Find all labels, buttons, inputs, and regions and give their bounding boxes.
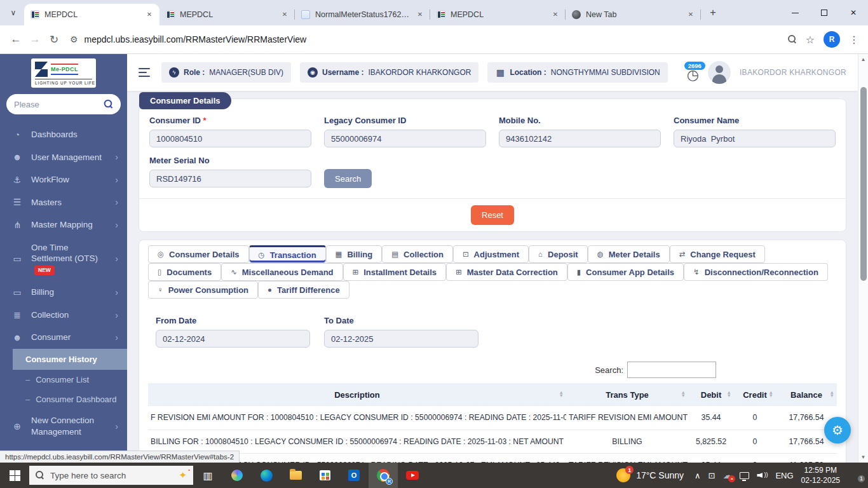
weather-widget[interactable]: 1 17°C Sunny <box>613 468 688 482</box>
mobile-no-input[interactable] <box>499 130 661 147</box>
sidebar-item-new-connection-management[interactable]: ⊕New Connection Management› <box>0 409 127 443</box>
site-info-icon[interactable]: ⚙ <box>70 34 78 44</box>
tab-close-icon[interactable]: ✕ <box>415 10 425 20</box>
browser-tab[interactable]: MEPDCL✕ <box>430 4 566 25</box>
column-header-description[interactable]: Description▲▼ <box>148 383 566 406</box>
tab-adjustment[interactable]: ⊡Adjustment <box>453 245 529 263</box>
taskbar-search[interactable]: ✦ <box>29 466 193 485</box>
network-icon[interactable] <box>740 472 749 479</box>
tab-close-icon[interactable]: ✕ <box>550 10 560 20</box>
snip-icon[interactable]: ⊡ <box>709 471 715 480</box>
volume-icon[interactable] <box>757 471 768 480</box>
session-timer[interactable]: ◷ 2696 <box>687 63 699 82</box>
sidebar-subitem-consumer-history[interactable]: Consumer History <box>13 349 127 370</box>
user-avatar[interactable] <box>708 61 731 84</box>
browser-tab[interactable]: MEPDCL✕ <box>24 4 159 25</box>
sidebar-subitem-consumer-dashboard[interactable]: –Consumer Dashboard <box>0 390 127 409</box>
sidebar-item-dashboards[interactable]: ◔Dashboards <box>0 123 127 146</box>
tab-transaction[interactable]: ◷Transaction <box>249 245 326 263</box>
consumer-id-input[interactable] <box>149 130 311 147</box>
taskbar-clock[interactable]: 12:59 PM 02-12-2025 <box>801 465 840 485</box>
column-header-trans-type[interactable]: Trans Type▲▼ <box>566 383 688 406</box>
store-button[interactable] <box>310 463 339 488</box>
meter-serial-input[interactable] <box>149 170 311 187</box>
tab-change-request[interactable]: ⇄Change Request <box>670 245 765 263</box>
sidebar-item-workflow[interactable]: ⚓WorkFlow› <box>0 168 127 191</box>
reload-icon[interactable]: ↻ <box>44 30 64 49</box>
consumer-name-input[interactable] <box>674 130 836 147</box>
zoom-icon[interactable] <box>788 35 797 44</box>
tab-disconnection-reconnection[interactable]: ↯Disconnection/Reconnection <box>684 263 828 281</box>
tab-miscellaneous-demand[interactable]: ∿Miscellaneous Demand <box>221 263 342 281</box>
task-view-button[interactable]: ▥ <box>193 463 222 488</box>
copilot-button[interactable] <box>222 463 252 488</box>
column-header-credit[interactable]: Credit▲▼ <box>734 383 776 406</box>
tab-close-icon[interactable]: ✕ <box>144 10 154 20</box>
sidebar-subitem-consumer-list[interactable]: –Consumer List <box>0 370 127 390</box>
hamburger-icon[interactable] <box>139 68 153 77</box>
language-indicator[interactable]: ENG <box>775 471 793 480</box>
tab-close-icon[interactable]: ✕ <box>686 10 696 20</box>
to-date-input[interactable] <box>324 330 478 348</box>
tab-documents[interactable]: ▯Documents <box>148 263 221 281</box>
tab-power-consumption[interactable]: ♀Power Consumption <box>148 281 258 299</box>
scrollbar-thumb[interactable] <box>860 87 867 281</box>
settings-fab[interactable]: ⚙ <box>824 417 851 444</box>
browser-tab[interactable]: New Tab✕ <box>566 4 701 25</box>
tab-consumer-details[interactable]: ◎Consumer Details <box>148 245 249 263</box>
column-header-balance[interactable]: Balance▲▼ <box>776 383 837 406</box>
maximize-button[interactable] <box>810 0 839 25</box>
browser-tab[interactable]: MEPDCL✕ <box>159 4 295 25</box>
tab-consumer-app-details[interactable]: ▮Consumer App Details <box>567 263 684 281</box>
url-text[interactable]: mepdcl.ubs.ieasybill.com/RRMasterView/RR… <box>85 34 307 44</box>
browser-menu-icon[interactable]: ⋮ <box>849 34 859 46</box>
tab-master-data-correction[interactable]: ⊞Master Data Correction <box>446 263 567 281</box>
address-bar[interactable]: ⚙ mepdcl.ubs.ieasybill.com/RRMasterView/… <box>70 34 788 44</box>
notification-center-button[interactable]: 1 <box>850 471 863 480</box>
column-header-debit[interactable]: Debit▲▼ <box>688 383 734 406</box>
tab-meter-details[interactable]: ◍Meter Details <box>588 245 670 263</box>
legacy-consumer-id-input[interactable] <box>324 130 486 147</box>
tab-search-icon[interactable]: ∨ <box>5 4 22 21</box>
tab-installment-details[interactable]: ⊞Installment Details <box>343 263 447 281</box>
taskbar-search-input[interactable] <box>50 471 173 480</box>
youtube-button[interactable] <box>398 463 427 488</box>
sidebar-item-consumer[interactable]: ☻Consumer› <box>0 326 127 349</box>
from-date-input[interactable] <box>156 330 310 348</box>
sidebar-item-masters[interactable]: ☰Masters› <box>0 191 127 214</box>
forward-icon[interactable]: → <box>25 30 44 49</box>
browser-tab[interactable]: NormalMeterStatus1762937✕ <box>295 4 430 25</box>
chrome-button[interactable]: R <box>369 463 398 488</box>
scroll-up-icon[interactable]: ▲ <box>858 57 868 62</box>
onedrive-icon[interactable]: ☁ × <box>722 470 732 481</box>
tab-billing[interactable]: ▦Billing <box>326 245 383 263</box>
sidebar-item-master-mapping[interactable]: ⋔Master Mapping› <box>0 214 127 236</box>
tab-close-icon[interactable]: ✕ <box>280 10 290 20</box>
tray-chevron-icon[interactable]: ∧ <box>695 471 701 480</box>
sidebar-search-input[interactable] <box>14 100 100 109</box>
file-explorer-button[interactable] <box>281 463 310 488</box>
bookmark-star-icon[interactable]: ☆ <box>806 34 815 46</box>
new-tab-button[interactable]: + <box>705 4 721 21</box>
scroll-down-icon[interactable]: ▼ <box>858 454 868 460</box>
edge-button[interactable] <box>252 463 281 488</box>
sidebar-item-one-time-settlement-ots-[interactable]: ▭One Time Settlement (OTS)NEW› <box>0 236 127 281</box>
tab-collection[interactable]: ▤Collection <box>382 245 453 263</box>
sidebar-item-collection[interactable]: ≣Collection› <box>0 304 127 327</box>
search-button[interactable]: Search <box>324 169 372 188</box>
sidebar-item-label: Dashboards <box>31 129 118 140</box>
table-search-input[interactable] <box>627 362 716 378</box>
reset-button[interactable]: Reset <box>471 205 514 225</box>
sidebar-item-billing[interactable]: ▭Billing› <box>0 281 127 304</box>
close-button[interactable]: ✕ <box>839 0 868 25</box>
back-icon[interactable]: ← <box>6 30 25 49</box>
page-scrollbar[interactable]: ▲ ▼ <box>858 54 868 463</box>
tab-tariff-difference[interactable]: ●Tariff Difference <box>258 281 349 299</box>
start-button[interactable] <box>0 463 29 488</box>
sidebar-item-user-management[interactable]: ☻User Management› <box>0 146 127 169</box>
minimize-button[interactable] <box>780 0 810 25</box>
browser-profile-avatar[interactable]: R <box>824 31 840 48</box>
search-icon[interactable] <box>104 100 114 109</box>
tab-deposit[interactable]: ⌂Deposit <box>529 245 588 263</box>
outlook-button[interactable]: O <box>339 463 369 488</box>
